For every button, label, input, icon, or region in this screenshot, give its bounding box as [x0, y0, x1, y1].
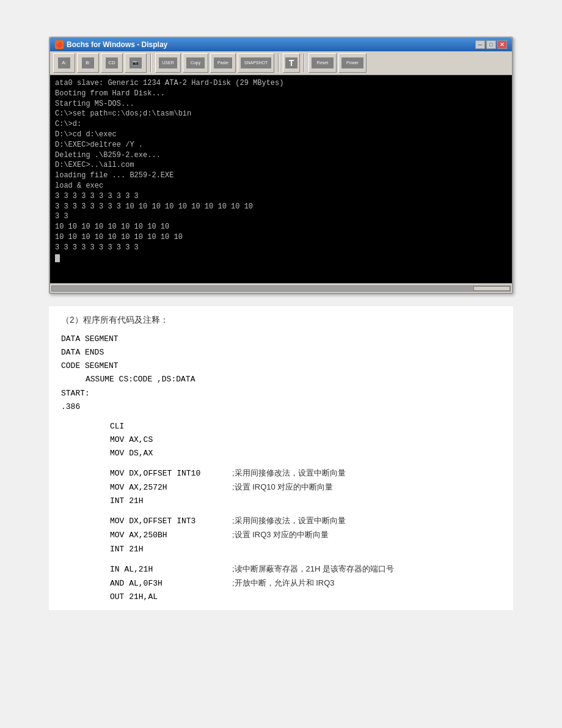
code-line: DATA SEGMENT: [61, 333, 501, 346]
code-instruction-row: AND AL,0F3H;开放中断，允许从片和 IRQ3: [61, 576, 501, 590]
comment-text: ;设置 IRQ10 对应的中断向量: [232, 480, 333, 494]
code-instruction-row: MOV DX,OFFSET INT3;采用间接修改法，设置中断向量: [61, 514, 501, 528]
code-spacer: [61, 414, 501, 420]
font-icon: T: [285, 57, 297, 68]
code-line: .386: [61, 400, 501, 414]
instruction-text: OUT 21H,AL: [61, 590, 232, 604]
terminal-cursor: [55, 254, 60, 262]
comment-text: ;开放中断，允许从片和 IRQ3: [232, 576, 335, 590]
toolbar-separator-3: [304, 54, 305, 72]
code-spacer: [61, 460, 501, 466]
power-button[interactable]: Power: [338, 53, 367, 73]
window-title: Bochs for Windows - Display: [67, 40, 167, 49]
code-instruction-row: MOV AX,250BH;设置 IRQ3 对应的中断向量: [61, 528, 501, 542]
comment-text: ;采用间接修改法，设置中断向量: [232, 514, 346, 528]
toolbar-separator-1: [150, 54, 151, 72]
scrollbar-track[interactable]: [51, 285, 511, 292]
instruction-text: MOV AX,250BH: [61, 529, 232, 542]
toolbar-separator-2: [278, 54, 279, 72]
code-instruction-row: IN AL,21H;读中断屏蔽寄存器，21H 是该寄存器的端口号: [61, 562, 501, 576]
code-line: CODE SEGMENT: [61, 359, 501, 373]
terminal-line: loading file ... B259-2.EXE: [55, 171, 507, 181]
instruction-text: INT 21H: [61, 495, 232, 508]
font-button[interactable]: T: [283, 53, 300, 73]
instruction-text: AND AL,0F3H: [61, 577, 232, 590]
code-instruction-row: OUT 21H,AL: [61, 590, 501, 604]
terminal-line: C:\>set path=c:\dos;d:\tasm\bin: [55, 109, 507, 119]
title-bar: 🔴 Bochs for Windows - Display ─ □ ✕: [50, 38, 512, 51]
bochs-icon: 🔴: [55, 40, 64, 49]
paste-button[interactable]: Paste: [210, 53, 236, 73]
instruction-text: IN AL,21H: [61, 563, 232, 576]
code-line: CLI: [61, 420, 501, 433]
terminal-line: [55, 253, 507, 263]
comment-text: ;采用间接修改法，设置中断向量: [232, 466, 346, 480]
maximize-button[interactable]: □: [486, 40, 496, 49]
scrollbar-thumb[interactable]: [473, 286, 510, 291]
terminal-line: 10 10 10 10 10 10 10 10 10: [55, 222, 507, 232]
reset-icon: Reset: [312, 57, 334, 68]
minimize-button[interactable]: ─: [475, 40, 485, 49]
terminal-line: Booting from Hard Disk...: [55, 89, 507, 99]
terminal-line: 3 3: [55, 211, 507, 222]
instruction-text: MOV DX,OFFSET INT3: [61, 515, 232, 528]
title-controls: ─ □ ✕: [475, 40, 507, 49]
cdrom-button[interactable]: CD: [101, 53, 123, 73]
reset-button[interactable]: Reset: [308, 53, 337, 73]
title-bar-left: 🔴 Bochs for Windows - Display: [55, 40, 167, 49]
copy-button[interactable]: Copy: [183, 53, 208, 73]
terminal-line: 3 3 3 3 3 3 3 3 3 3: [55, 243, 507, 253]
terminal-screen: ata0 slave: Generic 1234 ATA-2 Hard-Disk…: [50, 75, 512, 283]
code-instruction-row: MOV AX,2572H;设置 IRQ10 对应的中断向量: [61, 480, 501, 495]
code-line: DATA ENDS: [61, 346, 501, 359]
snapshot-button[interactable]: 📷: [125, 53, 147, 73]
terminal-line: D:\>cd d:\exec: [55, 130, 507, 140]
doc-content: （2）程序所有代码及注释： DATA SEGMENTDATA ENDSCODE …: [49, 306, 513, 610]
section-title: （2）程序所有代码及注释：: [61, 312, 501, 328]
cdrom-icon: CD: [106, 57, 118, 68]
code-line: MOV AX,CS: [61, 433, 501, 447]
user-icon: USER: [159, 57, 177, 68]
bochs-window: 🔴 Bochs for Windows - Display ─ □ ✕ A: B…: [49, 37, 513, 294]
user-button[interactable]: USER: [155, 53, 181, 73]
snapshot2-button[interactable]: SNAPSHOT: [238, 53, 274, 73]
code-spacer: [61, 556, 501, 562]
scrollbar-area: [50, 283, 512, 293]
terminal-line: load & exec: [55, 181, 507, 191]
snapshot2-icon: SNAPSHOT: [241, 57, 271, 68]
terminal-line: Deleting .\B259-2.exe...: [55, 150, 507, 161]
terminal-line: Starting MS-DOS...: [55, 99, 507, 109]
code-instruction-row: MOV DX,OFFSET INT10;采用间接修改法，设置中断向量: [61, 466, 501, 480]
code-spacer: [61, 508, 501, 514]
floppy-a-button[interactable]: A:: [53, 53, 75, 73]
comment-text: ;设置 IRQ3 对应的中断向量: [232, 528, 329, 542]
terminal-line: 3 3 3 3 3 3 3 3 3 3: [55, 191, 507, 202]
code-line: ASSUME CS:CODE ,DS:DATA: [61, 373, 501, 386]
instruction-text: MOV DX,OFFSET INT10: [61, 467, 232, 480]
instruction-text: INT 21H: [61, 543, 232, 556]
toolbar: A: B: CD 📷 USER Copy Paste SNAPSHOT: [50, 51, 512, 75]
code-instruction-row: INT 21H: [61, 543, 501, 556]
comment-text: ;读中断屏蔽寄存器，21H 是该寄存器的端口号: [232, 562, 394, 576]
code-block: DATA SEGMENTDATA ENDSCODE SEGMENTASSUME …: [61, 333, 501, 604]
paste-icon: Paste: [214, 57, 232, 68]
floppy-a-icon: A:: [58, 57, 70, 68]
copy-icon: Copy: [186, 57, 205, 68]
terminal-line: ata0 slave: Generic 1234 ATA-2 Hard-Disk…: [55, 78, 507, 89]
terminal-line: 3 3 3 3 3 3 3 3 10 10 10 10 10 10 10 10 …: [55, 202, 507, 212]
code-line: MOV DS,AX: [61, 447, 501, 460]
terminal-line: 10 10 10 10 10 10 10 10 10 10: [55, 232, 507, 243]
instruction-text: MOV AX,2572H: [61, 481, 232, 495]
snapshot-icon: 📷: [130, 57, 142, 68]
code-instruction-row: INT 21H: [61, 495, 501, 508]
floppy-b-icon: B:: [82, 57, 94, 68]
terminal-line: D:\EXEC>..\all.com: [55, 160, 507, 171]
page-container: 🔴 Bochs for Windows - Display ─ □ ✕ A: B…: [49, 37, 513, 691]
terminal-line: C:\>d:: [55, 119, 507, 130]
terminal-line: D:\EXEC>deltree /Y .: [55, 140, 507, 150]
close-button[interactable]: ✕: [497, 40, 507, 49]
power-icon: Power: [341, 57, 363, 68]
floppy-b-button[interactable]: B:: [77, 53, 99, 73]
code-line: START:: [61, 387, 501, 400]
